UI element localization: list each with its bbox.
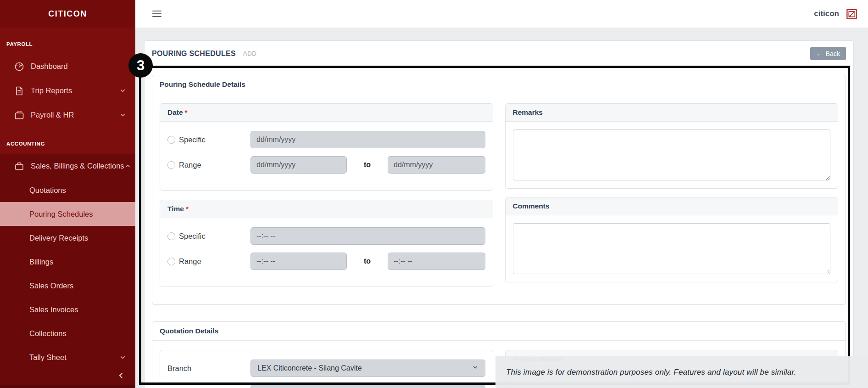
date-specific-input[interactable] xyxy=(250,131,485,148)
chevron-up-icon xyxy=(124,163,131,169)
annotation-step-badge: 3 xyxy=(128,53,153,78)
sidebar-group-sales: Sales, Billings & Collections Quotations… xyxy=(0,154,135,388)
date-range-label: Range xyxy=(179,161,201,169)
time-range-start-input[interactable] xyxy=(250,253,347,270)
wallet-icon xyxy=(14,110,25,121)
page-subtitle: - ADD xyxy=(239,50,257,57)
demo-disclaimer-text: This image is for demonstration purposes… xyxy=(506,368,796,377)
remarks-title: Remarks xyxy=(506,104,838,122)
pouring-schedule-details-title: Pouring Schedule Details xyxy=(152,75,846,94)
sidebar-item-sales-invoices[interactable]: Sales Invoices xyxy=(0,298,135,321)
date-specific-row: Specific xyxy=(167,131,485,148)
time-section: Time* Specific xyxy=(160,200,493,287)
time-range-end-input[interactable] xyxy=(388,253,485,270)
remarks-section: Remarks xyxy=(505,103,839,189)
sidebar-item-label: Dashboard xyxy=(31,62,68,71)
content-area: POURING SCHEDULES - ADD ← Back Pouring S… xyxy=(135,28,868,388)
comments-body xyxy=(506,215,838,282)
date-title: Date xyxy=(167,108,183,116)
date-range-radio[interactable] xyxy=(167,161,175,169)
sidebar: CITICON PAYROLL Dashboard Trip Repor xyxy=(0,0,135,388)
quotation-details-title: Quotation Details xyxy=(152,322,846,341)
date-to-label: to xyxy=(347,161,388,169)
chevron-down-icon xyxy=(472,364,479,372)
pouring-schedule-details-body: Date* Specific xyxy=(152,94,846,304)
left-column: Branch LEX Citiconcrete - Silang Cavite xyxy=(160,350,493,388)
branch-section-body: Branch LEX Citiconcrete - Silang Cavite xyxy=(160,350,493,388)
sidebar-item-label: Quotations xyxy=(29,186,66,195)
sidebar-item-dashboard[interactable]: Dashboard xyxy=(0,54,135,79)
time-specific-input[interactable] xyxy=(250,227,485,245)
time-to-label: to xyxy=(347,257,388,265)
date-range-option: Range xyxy=(167,161,250,169)
topbar: citicon xyxy=(135,0,868,28)
hamburger-menu-icon[interactable] xyxy=(152,9,161,19)
sidebar-item-billings[interactable]: Billings xyxy=(0,250,135,274)
sidebar-item-label: Payroll & HR xyxy=(31,111,74,119)
time-range-option: Range xyxy=(167,257,250,266)
time-section-body: Specific Range xyxy=(160,218,493,287)
sidebar-item-label: Sales Invoices xyxy=(29,305,78,314)
sidebar-item-pouring-schedules[interactable]: Pouring Schedules xyxy=(0,202,135,226)
pouring-schedules-panel: POURING SCHEDULES - ADD ← Back Pouring S… xyxy=(144,40,854,388)
branch-select[interactable]: LEX Citiconcrete - Silang Cavite xyxy=(250,360,485,377)
panel-header: POURING SCHEDULES - ADD ← Back xyxy=(145,41,853,66)
next-field-input[interactable] xyxy=(250,385,485,388)
main-area: citicon POURING SCHEDULES - ADD ← xyxy=(135,0,868,388)
date-range-row: Range to xyxy=(167,156,485,174)
time-specific-row: Specific xyxy=(167,227,485,245)
branch-section: Branch LEX Citiconcrete - Silang Cavite xyxy=(160,350,493,388)
sidebar-item-quotations[interactable]: Quotations xyxy=(0,178,135,202)
remarks-textarea[interactable] xyxy=(513,129,831,180)
sidebar-item-sales-billings-collections[interactable]: Sales, Billings & Collections xyxy=(0,154,135,178)
brand-title: CITICON xyxy=(0,0,135,28)
date-specific-radio[interactable] xyxy=(167,136,175,144)
back-button[interactable]: ← Back xyxy=(810,47,846,60)
time-section-header: Time* xyxy=(160,200,493,218)
next-field-row xyxy=(167,385,485,388)
chevron-left-icon xyxy=(117,371,125,381)
sidebar-item-collections[interactable]: Collections xyxy=(0,321,135,345)
sidebar-item-label: Collections xyxy=(29,329,67,338)
branch-row: Branch LEX Citiconcrete - Silang Cavite xyxy=(167,360,485,377)
date-section: Date* Specific xyxy=(160,103,493,191)
sidebar-item-label: Sales, Billings & Collections xyxy=(31,162,124,170)
section-label-accounting: ACCOUNTING xyxy=(6,141,135,146)
file-icon xyxy=(14,85,25,96)
topbar-right: citicon xyxy=(814,8,858,20)
time-specific-radio[interactable] xyxy=(167,232,175,240)
time-range-radio[interactable] xyxy=(167,258,175,265)
chevron-down-icon xyxy=(119,87,126,94)
sidebar-item-sales-orders[interactable]: Sales Orders xyxy=(0,274,135,298)
page-title: POURING SCHEDULES xyxy=(152,50,236,58)
date-specific-label: Specific xyxy=(179,135,206,144)
date-range-end-input[interactable] xyxy=(388,156,485,174)
sidebar-item-label: Delivery Receipts xyxy=(29,234,88,242)
branch-select-value: LEX Citiconcrete - Silang Cavite xyxy=(257,364,362,372)
sidebar-item-tally-sheet[interactable]: Tally Sheet xyxy=(0,345,135,369)
logo-icon[interactable] xyxy=(846,8,858,20)
chevron-down-icon xyxy=(119,112,126,118)
sidebar-item-delivery-receipts[interactable]: Delivery Receipts xyxy=(0,226,135,250)
time-title: Time xyxy=(167,205,184,213)
sidebar-bottom-strip xyxy=(0,385,135,388)
date-section-header: Date* xyxy=(160,104,493,122)
user-menu[interactable]: citicon xyxy=(814,9,839,18)
chevron-down-icon xyxy=(119,354,126,361)
sidebar-item-payroll-hr[interactable]: Payroll & HR xyxy=(0,103,135,127)
date-range-start-input[interactable] xyxy=(250,156,347,174)
sidebar-collapse-button[interactable] xyxy=(117,371,125,382)
demo-disclaimer-bar: This image is for demonstration purposes… xyxy=(495,356,868,388)
panel-body: Pouring Schedule Details Date* xyxy=(145,66,853,388)
right-column: Remarks Comments xyxy=(505,103,839,282)
comments-textarea[interactable] xyxy=(513,223,831,274)
left-column: Date* Specific xyxy=(160,103,493,287)
sidebar-item-trip-reports[interactable]: Trip Reports xyxy=(0,79,135,103)
time-range-label: Range xyxy=(179,257,201,266)
comments-section: Comments xyxy=(505,197,839,282)
required-asterisk: * xyxy=(186,205,189,213)
gauge-icon xyxy=(14,61,25,72)
sidebar-item-label: Trip Reports xyxy=(31,86,72,95)
box-icon xyxy=(14,161,25,172)
date-specific-option: Specific xyxy=(167,135,250,144)
